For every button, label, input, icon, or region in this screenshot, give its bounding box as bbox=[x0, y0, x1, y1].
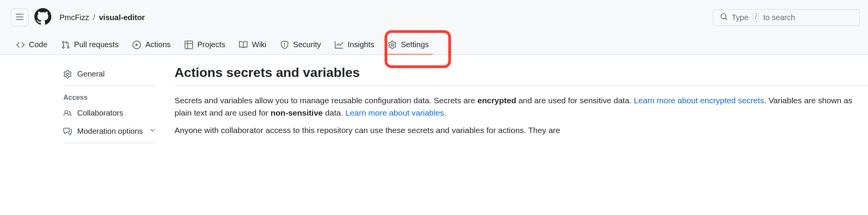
link-variables[interactable]: Learn more about variables bbox=[345, 108, 444, 117]
gear-icon bbox=[388, 41, 397, 49]
main-content: General Access Collaborators Moderation … bbox=[0, 55, 868, 215]
github-icon bbox=[34, 8, 51, 27]
tab-insights-label: Insights bbox=[348, 40, 374, 49]
repo-nav-tabs: Code Pull requests Actions Projects Wiki… bbox=[0, 35, 868, 55]
tab-settings[interactable]: Settings bbox=[383, 35, 433, 55]
graph-icon bbox=[335, 41, 343, 49]
sidebar-moderation-label: Moderation options bbox=[77, 127, 143, 136]
breadcrumb-owner[interactable]: PmcFizz bbox=[59, 13, 89, 22]
breadcrumb: PmcFizz / visual-editor bbox=[59, 13, 145, 22]
sidebar-item-collaborators[interactable]: Collaborators bbox=[57, 104, 162, 122]
gear-icon bbox=[63, 70, 72, 78]
settings-sidebar: General Access Collaborators Moderation … bbox=[0, 55, 162, 215]
link-encrypted-secrets[interactable]: Learn more about encrypted secrets bbox=[634, 96, 764, 105]
header-bar: PmcFizz / visual-editor Type / to search bbox=[0, 0, 868, 35]
tab-projects-label: Projects bbox=[197, 40, 225, 49]
tab-security[interactable]: Security bbox=[276, 35, 326, 55]
sidebar-divider bbox=[63, 143, 156, 143]
sidebar-section-access: Access bbox=[57, 88, 162, 104]
search-icon bbox=[720, 13, 728, 22]
description-paragraph-1: Secrets and variables allow you to manag… bbox=[175, 94, 868, 119]
code-icon bbox=[16, 41, 25, 49]
tab-projects[interactable]: Projects bbox=[180, 35, 230, 55]
sidebar-general-label: General bbox=[77, 70, 105, 78]
tab-pull-requests[interactable]: Pull requests bbox=[57, 35, 124, 55]
breadcrumb-separator: / bbox=[93, 13, 95, 22]
sidebar-item-general[interactable]: General bbox=[57, 65, 162, 83]
page-title: Actions secrets and variables bbox=[175, 65, 868, 80]
tab-settings-label: Settings bbox=[401, 40, 429, 49]
search-placeholder-pre: Type bbox=[732, 13, 748, 22]
hamburger-menu-button[interactable] bbox=[11, 9, 29, 26]
search-slash-key: / bbox=[753, 13, 758, 22]
comment-discussion-icon bbox=[63, 127, 72, 136]
chevron-down-icon bbox=[149, 127, 156, 136]
sidebar-item-moderation[interactable]: Moderation options bbox=[57, 122, 162, 140]
tab-code-label: Code bbox=[29, 40, 47, 49]
people-icon bbox=[63, 109, 72, 118]
tab-wiki[interactable]: Wiki bbox=[234, 35, 271, 55]
github-logo[interactable] bbox=[34, 9, 52, 26]
tab-pulls-label: Pull requests bbox=[74, 40, 119, 49]
content-area: Actions secrets and variables Secrets an… bbox=[162, 55, 868, 215]
tab-security-label: Security bbox=[293, 40, 321, 49]
tab-insights[interactable]: Insights bbox=[330, 35, 379, 55]
tab-actions[interactable]: Actions bbox=[128, 35, 175, 55]
tab-actions-label: Actions bbox=[145, 40, 171, 49]
sidebar-collaborators-label: Collaborators bbox=[77, 109, 123, 118]
tab-wiki-label: Wiki bbox=[252, 40, 266, 49]
shield-icon bbox=[280, 41, 289, 49]
book-icon bbox=[239, 41, 248, 49]
table-icon bbox=[185, 41, 193, 49]
hamburger-icon bbox=[15, 13, 24, 22]
search-input[interactable]: Type / to search bbox=[713, 9, 860, 26]
pull-request-icon bbox=[61, 41, 70, 49]
search-placeholder-post: to search bbox=[763, 13, 795, 22]
sidebar-divider bbox=[63, 85, 156, 86]
content-divider bbox=[175, 85, 868, 86]
breadcrumb-repo[interactable]: visual-editor bbox=[99, 13, 145, 22]
description-paragraph-2: Anyone with collaborator access to this … bbox=[175, 124, 868, 137]
play-circle-icon bbox=[132, 41, 141, 49]
tab-code[interactable]: Code bbox=[12, 35, 52, 55]
